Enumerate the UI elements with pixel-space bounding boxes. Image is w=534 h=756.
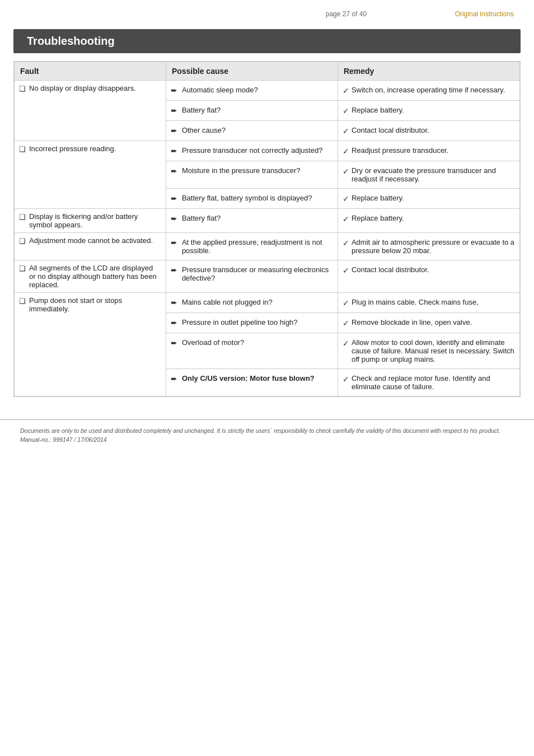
cause-text: Battery flat? bbox=[182, 214, 221, 222]
remedy-cell: ✓Replace battery. bbox=[338, 101, 519, 121]
cause-text: Moisture in the pressure transducer? bbox=[182, 166, 301, 175]
cause-cell: ➨Battery flat, battery symbol is display… bbox=[166, 189, 338, 209]
remedy-cell: ✓Replace battery. bbox=[338, 209, 519, 233]
cause-cell: ➨Pressure in outlet pipeline too high? bbox=[166, 313, 338, 333]
fault-cell: ❑Incorrect pressure reading. bbox=[15, 141, 166, 209]
remedy-cell: ✓Admit air to atmospheric pressure or ev… bbox=[338, 233, 519, 260]
remedy-text: Allow motor to cool down, identify and e… bbox=[352, 338, 515, 363]
checkmark-icon: ✓ bbox=[343, 319, 349, 328]
checkbox-icon: ❑ bbox=[19, 85, 26, 93]
fault-cell: ❑All segments of the LCD are displayed o… bbox=[15, 260, 166, 293]
checkmark-icon: ✓ bbox=[343, 194, 349, 203]
cause-text: Only C/US version: Motor fuse blown? bbox=[182, 374, 315, 382]
fault-text: All segments of the LCD are displayed or… bbox=[29, 264, 161, 289]
checkbox-icon: ❑ bbox=[19, 264, 26, 273]
cause-cell: ➨Overload of motor? bbox=[166, 333, 338, 369]
checkbox-icon: ❑ bbox=[19, 297, 26, 305]
fault-text: No display or display disappears. bbox=[29, 84, 136, 92]
fault-cell: ❑No display or display disappears. bbox=[15, 81, 166, 141]
remedy-text: Replace battery. bbox=[352, 214, 404, 222]
remedy-text: Dry or evacuate the pressure transducer … bbox=[352, 166, 515, 183]
arrow-icon: ➨ bbox=[171, 126, 177, 135]
troubleshooting-table: Fault Possible cause Remedy ❑No display … bbox=[14, 62, 520, 396]
cause-cell: ➨Mains cable not plugged in? bbox=[166, 293, 338, 313]
checkmark-icon: ✓ bbox=[343, 106, 349, 115]
remedy-cell: ✓Contact local distributor. bbox=[338, 260, 519, 293]
remedy-text: Admit air to atmospheric pressure or eva… bbox=[352, 238, 515, 255]
remedy-cell: ✓Plug in mains cable. Check mains fuse, bbox=[338, 293, 519, 313]
arrow-icon: ➨ bbox=[171, 298, 177, 307]
checkmark-icon: ✓ bbox=[343, 214, 349, 223]
checkmark-icon: ✓ bbox=[343, 339, 349, 348]
cause-text: Automatic sleep mode? bbox=[182, 86, 258, 94]
arrow-icon: ➨ bbox=[171, 214, 177, 223]
checkmark-icon: ✓ bbox=[343, 86, 349, 95]
cause-text: Overload of motor? bbox=[182, 338, 244, 347]
arrow-icon: ➨ bbox=[171, 166, 177, 175]
checkmark-icon: ✓ bbox=[343, 239, 349, 248]
table-row: ❑Display is flickering and/or battery sy… bbox=[15, 209, 520, 233]
cause-cell: ➨Only C/US version: Motor fuse blown? bbox=[166, 369, 338, 396]
arrow-icon: ➨ bbox=[171, 106, 177, 115]
arrow-icon: ➨ bbox=[171, 265, 177, 274]
arrow-icon: ➨ bbox=[171, 238, 177, 247]
arrow-icon: ➨ bbox=[171, 86, 177, 95]
original-instructions: Original instructions bbox=[455, 10, 514, 18]
cause-text: Pressure transducer or measuring electro… bbox=[182, 265, 333, 282]
remedy-text: Check and replace motor fuse. Identify a… bbox=[352, 374, 515, 391]
fault-cell: ❑Adjustment mode cannot be activated. bbox=[15, 233, 166, 260]
table-row: ❑Incorrect pressure reading.➨Pressure tr… bbox=[15, 141, 520, 161]
arrow-icon: ➨ bbox=[171, 374, 177, 383]
checkbox-icon: ❑ bbox=[19, 145, 26, 153]
checkmark-icon: ✓ bbox=[343, 298, 349, 307]
cause-cell: ➨At the applied pressure, readjustment i… bbox=[166, 233, 338, 260]
table-header-row: Fault Possible cause Remedy bbox=[15, 62, 520, 81]
remedy-text: Replace battery. bbox=[352, 106, 404, 114]
remedy-cell: ✓Remove blockade in line, open valve. bbox=[338, 313, 519, 333]
fault-text: Incorrect pressure reading. bbox=[29, 144, 116, 153]
fault-cell: ❑Display is flickering and/or battery sy… bbox=[15, 209, 166, 233]
col-fault: Fault bbox=[15, 62, 166, 81]
cause-cell: ➨Other cause? bbox=[166, 121, 338, 141]
fault-text: Adjustment mode cannot be activated. bbox=[29, 236, 153, 245]
remedy-text: Switch on, increase operating time if ne… bbox=[352, 86, 505, 94]
remedy-cell: ✓Switch on, increase operating time if n… bbox=[338, 81, 519, 101]
page-header: page 27 of 40 Original instructions bbox=[0, 0, 534, 24]
cause-cell: ➨Pressure transducer not correctly adjus… bbox=[166, 141, 338, 161]
remedy-text: Remove blockade in line, open valve. bbox=[352, 318, 472, 326]
fault-text: Display is flickering and/or battery sym… bbox=[29, 212, 161, 229]
checkmark-icon: ✓ bbox=[343, 167, 349, 176]
fault-cell: ❑Pump does not start or stops immediatel… bbox=[15, 293, 166, 396]
page-number: page 27 of 40 bbox=[237, 10, 455, 18]
arrow-icon: ➨ bbox=[171, 318, 177, 327]
cause-text: Battery flat? bbox=[182, 106, 221, 114]
cause-text: Other cause? bbox=[182, 126, 226, 134]
cause-cell: ➨Pressure transducer or measuring electr… bbox=[166, 260, 338, 293]
remedy-text: Replace battery. bbox=[352, 194, 404, 202]
col-remedy: Remedy bbox=[338, 62, 519, 81]
table-row: ❑No display or display disappears.➨Autom… bbox=[15, 81, 520, 101]
cause-text: Mains cable not plugged in? bbox=[182, 298, 273, 306]
footer-text: Documents are only to be used and distri… bbox=[20, 427, 500, 443]
table-row: ❑Pump does not start or stops immediatel… bbox=[15, 293, 520, 313]
arrow-icon: ➨ bbox=[171, 338, 177, 347]
remedy-text: Contact local distributor. bbox=[352, 126, 429, 134]
col-cause: Possible cause bbox=[166, 62, 338, 81]
cause-text: At the applied pressure, readjustment is… bbox=[182, 238, 333, 255]
remedy-cell: ✓Check and replace motor fuse. Identify … bbox=[338, 369, 519, 396]
cause-cell: ➨Battery flat? bbox=[166, 209, 338, 233]
table-row: ❑Adjustment mode cannot be activated.➨At… bbox=[15, 233, 520, 260]
remedy-cell: ✓Replace battery. bbox=[338, 189, 519, 209]
remedy-text: Contact local distributor. bbox=[352, 265, 429, 274]
checkmark-icon: ✓ bbox=[343, 375, 349, 384]
checkmark-icon: ✓ bbox=[343, 127, 349, 136]
cause-cell: ➨Moisture in the pressure transducer? bbox=[166, 161, 338, 189]
cause-text: Battery flat, battery symbol is displaye… bbox=[182, 194, 312, 202]
cause-text: Pressure transducer not correctly adjust… bbox=[182, 146, 322, 155]
remedy-cell: ✓Contact local distributor. bbox=[338, 121, 519, 141]
remedy-cell: ✓Allow motor to cool down, identify and … bbox=[338, 333, 519, 369]
checkmark-icon: ✓ bbox=[343, 266, 349, 275]
arrow-icon: ➨ bbox=[171, 194, 177, 203]
checkbox-icon: ❑ bbox=[19, 237, 26, 245]
page-footer: Documents are only to be used and distri… bbox=[0, 419, 534, 450]
